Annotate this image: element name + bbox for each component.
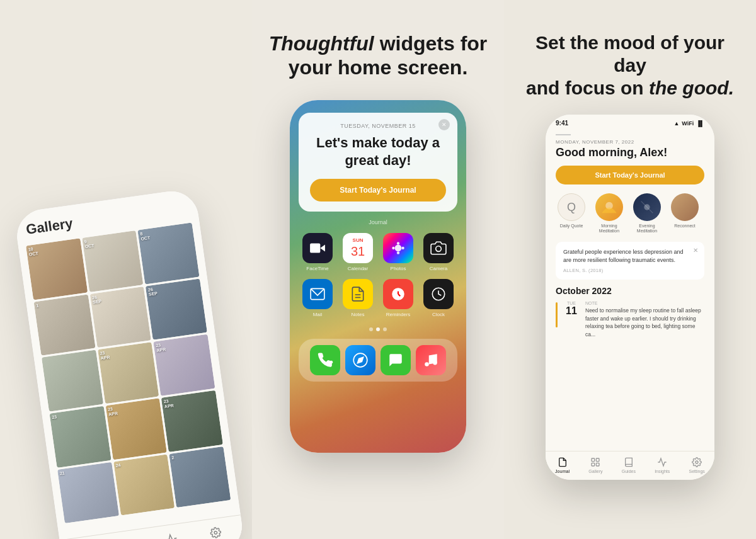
svg-point-12 (436, 246, 442, 252)
status-bar: 9:41 ▲ WiFi ▐▌ (546, 115, 714, 129)
calendar-icon: SUN 31 (343, 233, 373, 263)
phone-mockup-3: 9:41 ▲ WiFi ▐▌ MONDAY, NOVEMBER 7, 2022 … (546, 115, 714, 480)
journal-text: Need to normalise my sleep routine to fa… (585, 307, 704, 339)
circle-morning-meditation[interactable]: Morning Meditation (593, 193, 625, 234)
home-icon-notes[interactable]: Notes (343, 279, 373, 317)
widget-close-button[interactable]: ✕ (438, 119, 450, 130)
phone-mockup-2: ✕ TUESDAY, NOVEMBER 15 Let's make today … (290, 100, 466, 453)
circle-daily-quote[interactable]: Q Daily Quote (556, 193, 587, 234)
panel3-title-italic: the good. (649, 77, 734, 98)
battery-icon: ▐▌ (696, 120, 704, 127)
list-item: 26SEP (146, 278, 207, 340)
photos-label: Photos (391, 266, 406, 271)
journal-note-label: NOTE (585, 301, 704, 305)
morning-meditation-icon (595, 193, 623, 221)
panel3-heading: Set the mood of your day and focus on th… (519, 31, 741, 99)
start-journal-button[interactable]: Start Today's Journal (556, 166, 704, 184)
list-item: 23APR (154, 334, 215, 396)
dock-music-icon[interactable] (416, 345, 446, 375)
home-icon-calendar[interactable]: SUN 31 Calendar (343, 233, 373, 271)
quote-close-button[interactable]: ✕ (693, 247, 698, 254)
page-dots (369, 327, 387, 331)
svg-marker-5 (320, 245, 325, 252)
svg-rect-29 (597, 463, 600, 466)
panel3-title: Set the mood of your day and focus on th… (519, 31, 741, 99)
journal-content: NOTE Need to normalise my sleep routine … (585, 301, 704, 339)
list-item (42, 350, 103, 412)
panel2-heading: Thoughtful widgets foryour home screen. (269, 31, 488, 80)
widget-card: ✕ TUESDAY, NOVEMBER 15 Let's make today … (299, 113, 457, 212)
status-time: 9:41 (556, 120, 568, 127)
morning-meditation-label: Morning Meditation (593, 224, 625, 234)
widget-start-button[interactable]: Start Today's Journal (310, 179, 446, 201)
reconnect-label: Reconnect (669, 224, 701, 229)
dock-phone-icon[interactable] (310, 345, 340, 375)
notes-icon (343, 279, 373, 309)
nav-insights[interactable]: Insights (163, 531, 183, 539)
bnav-gallery[interactable]: Gallery (588, 457, 602, 474)
circle-reconnect[interactable]: Reconnect (669, 193, 701, 234)
status-icons: ▲ WiFi ▐▌ (673, 120, 704, 127)
home-icon-clock[interactable]: Clock (423, 279, 454, 317)
home-icon-mail[interactable]: Mail (302, 279, 333, 317)
cal-date-num: 31 (351, 244, 365, 259)
screen-date-label: MONDAY, NOVEMBER 7, 2022 (556, 139, 704, 145)
list-item: 10OCT (26, 238, 88, 300)
journal-indicator (556, 302, 558, 327)
quote-text: Grateful people experience less depressi… (563, 248, 697, 265)
panel-mood: Set the mood of your day and focus on th… (504, 0, 756, 539)
bnav-settings-label: Settings (689, 469, 705, 474)
panel3-title-main: Set the mood of your day (536, 32, 724, 76)
insights-nav-icon (164, 531, 180, 539)
clock-icon (423, 279, 454, 309)
gallery-grid: 10OCT 9OCT 8OCT 1 26SEP 26SEP (26, 222, 231, 523)
camera-label: Camera (430, 266, 447, 271)
daily-quote-icon: Q (558, 193, 585, 221)
quote-source: ALLEN, S. (2018) (563, 268, 697, 273)
nav-guides[interactable]: Guides (120, 537, 139, 539)
home-screen-label: Journal (369, 219, 387, 225)
dot-1 (369, 327, 373, 331)
panel-gallery: Gallery 10OCT 9OCT 8OCT 1 26SEP 26 (0, 0, 252, 539)
list-item: 2 (169, 446, 231, 508)
home-icon-facetime[interactable]: FaceTime (302, 233, 333, 271)
widget-main-text: Let's make today a great day! (310, 134, 446, 170)
svg-point-22 (425, 362, 429, 366)
panel2-title: Thoughtful widgets foryour home screen. (269, 31, 488, 80)
dock-messages-icon[interactable] (381, 345, 411, 375)
bnav-settings[interactable]: Settings (689, 457, 705, 474)
dock-safari-icon[interactable] (345, 345, 375, 375)
home-icon-reminders[interactable]: Reminders (383, 279, 413, 317)
widget-screen: ✕ TUESDAY, NOVEMBER 15 Let's make today … (290, 100, 466, 453)
nav-settings[interactable]: Settings (205, 525, 226, 539)
home-icon-photos[interactable]: Photos (383, 233, 413, 271)
phone-mockup-1: Gallery 10OCT 9OCT 8OCT 1 26SEP 26 (14, 188, 246, 539)
widget-date: TUESDAY, NOVEMBER 15 (310, 123, 446, 129)
bnav-insights[interactable]: Insights (655, 457, 670, 474)
camera-icon (423, 233, 454, 263)
list-item: 1 (33, 294, 95, 356)
home-icon-camera[interactable]: Camera (423, 233, 454, 271)
cal-month-label: SUN (353, 237, 364, 243)
facetime-label: FaceTime (306, 266, 328, 271)
svg-rect-27 (597, 458, 600, 462)
bnav-journal[interactable]: Journal (555, 457, 570, 474)
notes-label: Notes (352, 312, 365, 317)
mail-label: Mail (313, 312, 323, 317)
mood-screen: 9:41 ▲ WiFi ▐▌ MONDAY, NOVEMBER 7, 2022 … (546, 115, 714, 480)
bnav-guides-label: Guides (622, 469, 636, 474)
list-item: 26SEP (89, 287, 151, 348)
photos-icon (383, 233, 413, 263)
journal-date: TUE 11 (563, 301, 580, 317)
bottom-nav-3: Journal Gallery Guides (546, 451, 714, 480)
circle-evening-meditation[interactable]: Evening Meditation (631, 193, 663, 234)
clock-label: Clock (432, 312, 445, 317)
journal-entry: TUE 11 NOTE Need to normalise my sleep r… (556, 301, 704, 339)
gallery-bnav-icon (590, 457, 601, 468)
bnav-guides[interactable]: Guides (622, 457, 636, 474)
header-line (556, 134, 571, 135)
evening-meditation-label: Evening Meditation (631, 224, 663, 234)
daily-quote-label: Daily Quote (556, 224, 587, 229)
circle-navigation: Q Daily Quote Morning Meditation Eveni (556, 193, 704, 234)
gallery-screen: Gallery 10OCT 9OCT 8OCT 1 26SEP 26 (14, 188, 246, 539)
